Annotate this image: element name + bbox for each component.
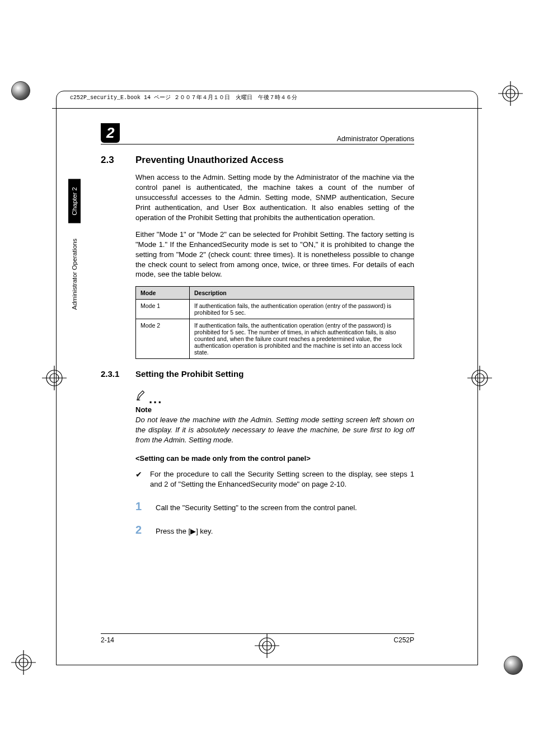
table-cell-desc: If authentication fails, the authenticat… bbox=[190, 300, 414, 319]
header-rule bbox=[52, 108, 482, 109]
note-body: Do not leave the machine with the Admin.… bbox=[135, 415, 414, 445]
subsection-title: Setting the Prohibit Setting bbox=[135, 369, 243, 379]
section-number: 2.3 bbox=[101, 155, 135, 166]
side-tab-chapter: Chapter 2 bbox=[68, 179, 81, 223]
hand-writing-icon bbox=[135, 390, 148, 404]
step-1: 1 Call the "Security Setting" to the scr… bbox=[135, 498, 414, 514]
note-label: Note bbox=[135, 405, 414, 414]
section-heading: 2.3 Preventing Unauthorized Access bbox=[101, 155, 414, 166]
ellipsis-icon: ... bbox=[149, 396, 162, 402]
step-2: 2 Press the [▶] key. bbox=[135, 522, 414, 538]
checkmark-icon: ✔ bbox=[135, 469, 150, 489]
printer-mark-top-right bbox=[498, 81, 523, 106]
page-footer: 2-14 C252P bbox=[101, 633, 414, 644]
side-tab-section: Administrator Operations bbox=[68, 234, 81, 314]
content-area: 2 Administrator Operations 2.3 Preventin… bbox=[101, 123, 414, 545]
printer-mark-top-left bbox=[11, 81, 30, 100]
check-item-text: For the procedure to call the Security S… bbox=[150, 469, 414, 489]
printer-mark-bottom-right bbox=[504, 656, 523, 675]
section-title: Preventing Unauthorized Access bbox=[135, 155, 284, 166]
table-cell-mode: Mode 2 bbox=[136, 319, 190, 359]
book-header: c252P_security_E.book 14 ページ ２００７年４月１０日 … bbox=[68, 94, 466, 101]
table-row: Mode 2 If authentication fails, the auth… bbox=[136, 319, 414, 359]
step-number: 2 bbox=[135, 522, 156, 538]
table-cell-mode: Mode 1 bbox=[136, 300, 190, 319]
running-head: 2 Administrator Operations bbox=[101, 123, 414, 144]
check-item: ✔ For the procedure to call the Security… bbox=[135, 469, 414, 489]
step-text: Press the [▶] key. bbox=[156, 526, 213, 536]
chapter-badge: 2 bbox=[101, 123, 120, 143]
note-block: ... Note Do not leave the machine with t… bbox=[135, 390, 414, 445]
subsection-number: 2.3.1 bbox=[101, 369, 135, 379]
running-title: Administrator Operations bbox=[337, 135, 414, 143]
subsection-heading: 2.3.1 Setting the Prohibit Setting bbox=[101, 369, 414, 379]
step-text: Call the "Security Setting" to the scree… bbox=[156, 503, 357, 513]
step-number: 1 bbox=[135, 498, 156, 514]
table-row: Mode 1 If authentication fails, the auth… bbox=[136, 300, 414, 319]
table-header-desc: Description bbox=[190, 287, 414, 300]
note-icon-row: ... bbox=[135, 390, 414, 404]
modes-table: Mode Description Mode 1 If authenticatio… bbox=[135, 286, 414, 359]
paragraph-2: Either "Mode 1" or "Mode 2" can be selec… bbox=[135, 230, 414, 280]
table-header-mode: Mode bbox=[136, 287, 190, 300]
paragraph-1: When access to the Admin. Setting mode b… bbox=[135, 172, 414, 223]
table-cell-desc: If authentication fails, the authenticat… bbox=[190, 319, 414, 359]
bold-subheading: <Setting can be made only from the contr… bbox=[135, 454, 414, 463]
footer-model: C252P bbox=[394, 636, 414, 644]
footer-page-number: 2-14 bbox=[101, 636, 114, 644]
printer-mark-bottom-left bbox=[11, 650, 36, 675]
